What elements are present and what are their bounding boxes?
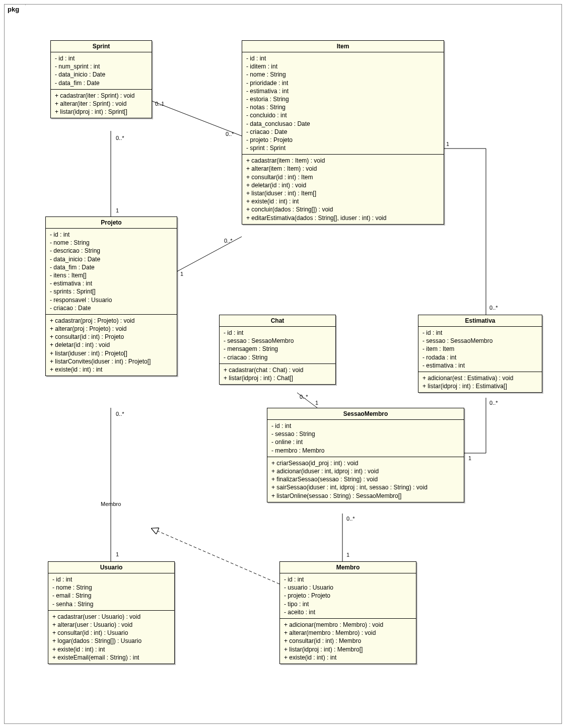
- class-member-row: + editarEstimativa(dados : String[], idu…: [246, 214, 440, 222]
- class-member-row: + existe(id : int) : int: [284, 653, 412, 662]
- class-sprint-title: Sprint: [51, 41, 152, 52]
- class-estimativa-attrs: - id : int- sessao : SessaoMembro- item …: [418, 327, 542, 372]
- class-member-row: - estimativa : int: [422, 361, 538, 370]
- mult-item-estimativa-estimativa: 0..*: [489, 305, 498, 311]
- class-member-row: - online : int: [271, 438, 460, 446]
- class-member-row: + alterar(user : Usuario) : void: [52, 621, 170, 629]
- class-sessaomembro: SessaoMembro - id : int- sessao : String…: [267, 408, 464, 502]
- mult-sprint-item-sprint: 0..1: [155, 101, 164, 107]
- class-membro-ops: + adicionar(membro : Membro) : void+ alt…: [280, 619, 416, 664]
- class-member-row: + logar(dados : String[]) : Usuario: [52, 637, 170, 645]
- class-usuario-ops: + cadastrar(user : Usuario) : void+ alte…: [48, 611, 174, 664]
- class-member-row: + finalizarSessao(sessao : String) : voi…: [271, 475, 460, 483]
- class-item-ops: + cadastrar(item : Item) : void+ alterar…: [242, 155, 444, 224]
- class-member-row: + cadastrar(iter : Sprint) : void: [55, 92, 148, 100]
- class-member-row: + consultar(id : int) : Usuario: [52, 629, 170, 637]
- class-member-row: - id : int: [50, 231, 173, 239]
- role-membro: Membro: [101, 501, 121, 507]
- class-member-row: - num_sprint : int: [55, 62, 148, 70]
- class-member-row: - responsavel : Usuario: [50, 296, 173, 304]
- class-member-row: - nome : String: [50, 239, 173, 247]
- mult-projeto-usuario-usuario: 1: [116, 551, 119, 557]
- class-member-row: - email : String: [52, 592, 170, 600]
- uml-canvas: pkg 0..1 0..* 0..* 1 1 0..* 0..*: [0, 0, 566, 728]
- class-member-row: - projeto : Projeto: [284, 592, 412, 600]
- class-member-row: + cadastrar(chat : Chat) : void: [224, 366, 331, 374]
- mult-chat-sessao-chat: 0..*: [300, 394, 308, 400]
- class-member-row: - sessao : SessaoMembro: [224, 337, 331, 345]
- class-member-row: + adicionar(membro : Membro) : void: [284, 621, 412, 629]
- class-member-row: + consultar(id : int) : Projeto: [50, 333, 173, 341]
- mult-chat-sessao-sessao: 1: [315, 400, 318, 406]
- class-item: Item - id : int- iditem : int- nome : St…: [242, 40, 444, 225]
- class-chat-ops: + cadastrar(chat : Chat) : void+ listar(…: [220, 364, 335, 384]
- mult-sessao-membro-membro: 1: [346, 552, 349, 558]
- class-member-row: - id : int: [246, 54, 440, 62]
- class-member-row: - notas : String: [246, 103, 440, 111]
- class-member-row: + adicionar(iduser : int, idproj : int) …: [271, 467, 460, 475]
- class-member-row: + listar(idproj : int) : Chat[]: [224, 374, 331, 382]
- class-member-row: + listar(idproj : int) : Sprint[]: [55, 108, 148, 116]
- class-membro: Membro - id : int- usuario : Usuario- pr…: [279, 561, 416, 664]
- class-member-row: + sairSessao(iduser : int, idproj : int,…: [271, 483, 460, 491]
- class-member-row: - iditem : int: [246, 62, 440, 70]
- class-item-title: Item: [242, 41, 444, 52]
- class-membro-attrs: - id : int- usuario : Usuario- projeto :…: [280, 573, 416, 619]
- class-sessaomembro-ops: + criarSessao(id_proj : int) : void+ adi…: [267, 457, 464, 502]
- class-member-row: - data_conclusao : Date: [246, 120, 440, 128]
- class-member-row: + cadastrar(user : Usuario) : void: [52, 613, 170, 621]
- class-member-row: + listar(idproj : int) : Membro[]: [284, 645, 412, 653]
- class-member-row: - id : int: [271, 422, 460, 430]
- class-member-row: - sessao : SessaoMembro: [422, 337, 538, 345]
- class-sprint-ops: + cadastrar(iter : Sprint) : void+ alter…: [51, 90, 152, 118]
- class-projeto-attrs: - id : int- nome : String- descricao : S…: [46, 229, 177, 315]
- class-membro-title: Membro: [280, 562, 416, 573]
- class-sessaomembro-title: SessaoMembro: [267, 408, 464, 420]
- class-member-row: - senha : String: [52, 600, 170, 608]
- class-member-row: - itens : Item[]: [50, 271, 173, 279]
- class-estimativa: Estimativa - id : int- sessao : SessaoMe…: [418, 315, 542, 393]
- class-projeto-title: Projeto: [46, 217, 177, 229]
- class-member-row: - nome : String: [246, 70, 440, 79]
- class-member-row: + listarConvites(iduser : int) : Projeto…: [50, 357, 173, 366]
- mult-projeto-item-projeto: 1: [180, 271, 183, 277]
- class-member-row: + listar(iduser : int) : Item[]: [246, 189, 440, 197]
- class-estimativa-title: Estimativa: [418, 315, 542, 327]
- class-sprint: Sprint - id : int- num_sprint : int- dat…: [50, 40, 152, 118]
- class-member-row: - data_inicio : Date: [50, 255, 173, 263]
- class-member-row: + cadastrar(item : Item) : void: [246, 157, 440, 165]
- class-member-row: + existe(id : int) : int: [52, 645, 170, 653]
- mult-estimativa-sessao-estimativa: 0..*: [489, 400, 498, 406]
- class-item-attrs: - id : int- iditem : int- nome : String-…: [242, 52, 444, 155]
- class-sessaomembro-attrs: - id : int- sessao : String- online : in…: [267, 420, 464, 457]
- class-chat-title: Chat: [220, 315, 335, 327]
- class-projeto-ops: + cadastrar(proj : Projeto) : void+ alte…: [46, 315, 177, 376]
- class-member-row: - nome : String: [52, 584, 170, 592]
- class-member-row: + listarOnline(sessao : String) : Sessao…: [271, 492, 460, 500]
- class-usuario-attrs: - id : int- nome : String- email : Strin…: [48, 573, 174, 611]
- class-member-row: + deletar(id : int) : void: [246, 181, 440, 189]
- class-member-row: + consultar(id : int) : Membro: [284, 637, 412, 645]
- class-member-row: - criacao : Date: [50, 304, 173, 312]
- class-member-row: - rodada : int: [422, 353, 538, 361]
- package-tab: pkg: [4, 4, 26, 14]
- mult-estimativa-sessao-sessao: 1: [468, 455, 471, 461]
- class-member-row: - usuario : Usuario: [284, 584, 412, 592]
- class-member-row: + existeEmail(email : String) : int: [52, 653, 170, 662]
- mult-projeto-usuario-projeto: 0..*: [116, 411, 124, 417]
- class-member-row: - id : int: [224, 329, 331, 337]
- class-member-row: - id : int: [55, 54, 148, 62]
- class-member-row: - aceito : int: [284, 608, 412, 616]
- class-member-row: - data_fim : Date: [55, 79, 148, 87]
- class-member-row: + cadastrar(proj : Projeto) : void: [50, 317, 173, 325]
- class-member-row: - estoria : String: [246, 95, 440, 103]
- class-member-row: + deletar(id : int) : void: [50, 341, 173, 349]
- class-member-row: + listar(idproj : int) : Estimativa[]: [422, 382, 538, 390]
- class-member-row: - mensagem : String: [224, 345, 331, 353]
- mult-sessao-membro-sessao: 0..*: [346, 516, 355, 522]
- class-member-row: + alterar(item : Item) : void: [246, 165, 440, 173]
- class-chat: Chat - id : int- sessao : SessaoMembro- …: [219, 315, 336, 385]
- class-member-row: - projeto : Projeto: [246, 136, 440, 144]
- class-member-row: + existe(id : int) : int: [246, 197, 440, 205]
- class-member-row: - id : int: [422, 329, 538, 337]
